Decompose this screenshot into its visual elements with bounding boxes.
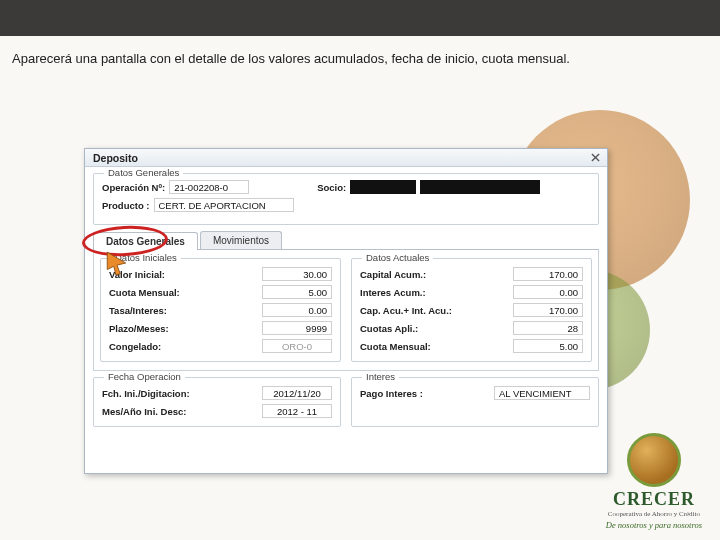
valor-inicial-value: 30.00	[262, 267, 332, 281]
fecha-operacion-group: Fecha Operacion Fch. Ini./Digitacion:201…	[93, 377, 341, 427]
interes-acum-label: Interes Acum.:	[360, 287, 507, 298]
congelado-label: Congelado:	[109, 341, 256, 352]
fch-ini-label: Fch. Ini./Digitacion:	[102, 388, 256, 399]
datos-actuales-group: Datos Actuales Capital Acum.:170.00 Inte…	[351, 258, 592, 362]
close-icon[interactable]	[588, 151, 602, 165]
cuota-mensual-value: 5.00	[262, 285, 332, 299]
producto-label: Producto :	[102, 200, 150, 211]
congelado-value: ORO-0	[262, 339, 332, 353]
socio-name-redacted	[420, 180, 540, 194]
cap-int-value: 170.00	[513, 303, 583, 317]
tasa-value: 0.00	[262, 303, 332, 317]
tasa-label: Tasa/Interes:	[109, 305, 256, 316]
plazo-value: 9999	[262, 321, 332, 335]
cursor-arrow-icon	[104, 250, 130, 280]
window-titlebar: Deposito	[85, 149, 607, 167]
cuota-mensual-act-label: Cuota Mensual:	[360, 341, 507, 352]
cuotas-apli-label: Cuotas Apli.:	[360, 323, 507, 334]
deposit-window: Deposito Datos Generales Operación Nº: 2…	[84, 148, 608, 474]
cuota-mensual-label: Cuota Mensual:	[109, 287, 256, 298]
pago-interes-value: AL VENCIMIENT	[494, 386, 590, 400]
datos-iniciales-group: Datos Iniciales Valor Inicial:30.00 Cuot…	[100, 258, 341, 362]
plazo-label: Plazo/Meses:	[109, 323, 256, 334]
group-legend: Datos Generales	[104, 167, 183, 178]
group-legend: Fecha Operacion	[104, 371, 185, 382]
brand-logo: CRECER Cooperativa de Ahorro y Crédito D…	[606, 433, 702, 530]
pago-interes-label: Pago Interes :	[360, 388, 488, 399]
mes-ano-value: 2012 - 11	[262, 404, 332, 418]
capital-acum-value: 170.00	[513, 267, 583, 281]
intro-text: Aparecerá una pantalla con el detalle de…	[0, 36, 720, 82]
cuotas-apli-value: 28	[513, 321, 583, 335]
logo-globe-icon	[627, 433, 681, 487]
tabs-bar: Datos Generales Movimientos	[93, 231, 599, 250]
socio-code-redacted	[350, 180, 416, 194]
window-title: Deposito	[93, 152, 138, 164]
capital-acum-label: Capital Acum.:	[360, 269, 507, 280]
fch-ini-value: 2012/11/20	[262, 386, 332, 400]
cap-int-label: Cap. Acu.+ Int. Acu.:	[360, 305, 507, 316]
cuota-mensual-act-value: 5.00	[513, 339, 583, 353]
brand-slogan: De nosotros y para nosotros	[606, 520, 702, 530]
group-legend: Datos Actuales	[362, 252, 433, 263]
slide-top-bar	[0, 0, 720, 36]
valor-inicial-label: Valor Inicial:	[109, 269, 256, 280]
socio-label: Socio:	[317, 182, 346, 193]
tab-panel: Datos Iniciales Valor Inicial:30.00 Cuot…	[93, 250, 599, 371]
datos-generales-group: Datos Generales Operación Nº: 21-002208-…	[93, 173, 599, 225]
tab-movimientos[interactable]: Movimientos	[200, 231, 282, 249]
interes-acum-value: 0.00	[513, 285, 583, 299]
brand-subtitle: Cooperativa de Ahorro y Crédito	[606, 510, 702, 518]
group-legend: Interes	[362, 371, 399, 382]
operacion-value: 21-002208-0	[169, 180, 249, 194]
brand-name: CRECER	[606, 489, 702, 510]
operacion-label: Operación Nº:	[102, 182, 165, 193]
producto-value: CERT. DE APORTACION	[154, 198, 294, 212]
interes-group: Interes Pago Interes :AL VENCIMIENT	[351, 377, 599, 427]
mes-ano-label: Mes/Año Ini. Desc:	[102, 406, 256, 417]
